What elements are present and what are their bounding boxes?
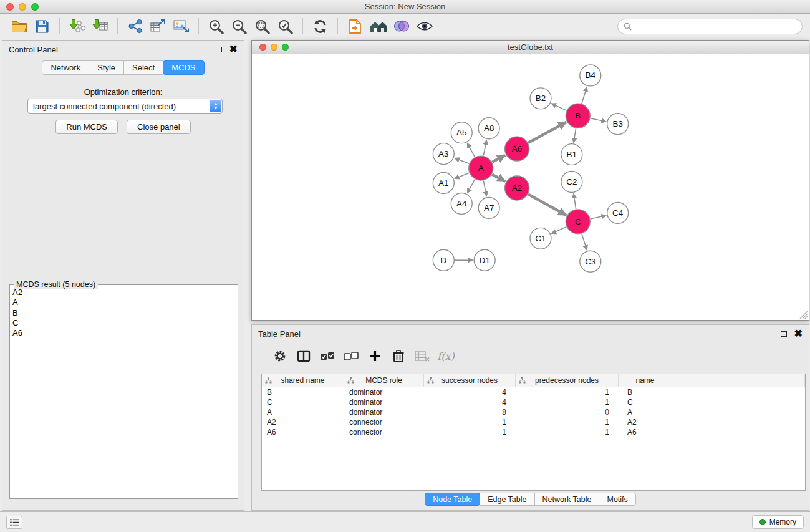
import-table-button[interactable] bbox=[89, 16, 112, 37]
network-window-titlebar[interactable]: testGlobe.txt bbox=[252, 41, 809, 54]
optimization-dropdown[interactable]: largest connected component (directed) bbox=[27, 99, 223, 114]
tab-mcds[interactable]: MCDS bbox=[163, 60, 204, 75]
tab-select[interactable]: Select bbox=[123, 60, 163, 75]
graph-node-A8[interactable]: A8 bbox=[478, 118, 499, 139]
mcds-result-item[interactable]: C bbox=[12, 318, 236, 328]
table-settings-button[interactable] bbox=[272, 348, 287, 364]
graph-node-A5[interactable]: A5 bbox=[451, 122, 472, 143]
tab-node-table[interactable]: Node Table bbox=[425, 493, 480, 506]
graph-node-B1[interactable]: B1 bbox=[561, 144, 582, 165]
zoom-selected-button[interactable] bbox=[274, 16, 297, 37]
graph-node-C3[interactable]: C3 bbox=[580, 251, 601, 272]
column-header-successor-nodes[interactable]: successor nodes bbox=[424, 374, 516, 387]
graph-edge-A-A2[interactable] bbox=[492, 174, 505, 181]
tab-network-table[interactable]: Network Table bbox=[534, 493, 600, 506]
graph-node-B[interactable]: B bbox=[566, 104, 590, 128]
graph-edge-A-A3[interactable] bbox=[455, 158, 469, 163]
mcds-result-item[interactable]: A2 bbox=[12, 288, 236, 297]
network-graph[interactable]: B4B2BB3B1A5A8A6A3AA1A2A4A7C2C4CC1C3DD1 bbox=[252, 54, 809, 320]
task-history-button[interactable] bbox=[6, 516, 22, 529]
graph-node-B3[interactable]: B3 bbox=[607, 114, 629, 135]
refresh-view-button[interactable] bbox=[309, 16, 332, 37]
graph-node-A7[interactable]: A7 bbox=[478, 197, 499, 218]
export-network-button[interactable] bbox=[123, 16, 147, 37]
table-row[interactable]: Bdominator41B bbox=[262, 387, 805, 397]
graph-edge-A2-C[interactable] bbox=[528, 194, 566, 215]
graph-node-A2[interactable]: A2 bbox=[505, 176, 529, 200]
graph-edge-B-B1[interactable] bbox=[574, 128, 576, 143]
graph-node-D[interactable]: D bbox=[433, 249, 454, 271]
open-session-button[interactable] bbox=[7, 16, 31, 37]
tab-edge-table[interactable]: Edge Table bbox=[480, 493, 534, 506]
graph-node-A6[interactable]: A6 bbox=[505, 137, 529, 161]
delete-table-button[interactable] bbox=[415, 348, 430, 364]
graph-edge-A-A8[interactable] bbox=[483, 140, 486, 155]
graph-edge-C-C1[interactable] bbox=[551, 227, 566, 234]
graph-edge-B-B4[interactable] bbox=[582, 87, 587, 104]
import-network-button[interactable] bbox=[65, 16, 89, 37]
delete-column-button[interactable] bbox=[391, 348, 406, 364]
zoom-fit-button[interactable] bbox=[251, 16, 274, 37]
graph-edge-A-A5[interactable] bbox=[467, 143, 475, 157]
graph-edge-C-C2[interactable] bbox=[574, 193, 576, 209]
close-panel-icon[interactable]: ✖ bbox=[229, 46, 238, 53]
float-panel-icon[interactable] bbox=[216, 47, 222, 52]
deselect-all-button[interactable] bbox=[344, 348, 359, 364]
memory-button[interactable]: Memory bbox=[752, 515, 804, 529]
column-header-name[interactable]: name bbox=[619, 374, 672, 387]
graph-edge-B-B2[interactable] bbox=[551, 104, 566, 110]
table-row[interactable]: Cdominator41C bbox=[262, 397, 805, 407]
graph-node-A[interactable]: A bbox=[469, 156, 493, 180]
graph-node-A1[interactable]: A1 bbox=[433, 173, 454, 194]
graph-node-C1[interactable]: C1 bbox=[530, 228, 551, 249]
graph-edge-A-A1[interactable] bbox=[455, 173, 469, 178]
select-all-button[interactable] bbox=[320, 348, 335, 364]
show-hide-button[interactable] bbox=[413, 16, 436, 37]
graph-node-A4[interactable]: A4 bbox=[451, 193, 472, 214]
graph-edge-C-C3[interactable] bbox=[582, 234, 587, 250]
graph-edge-B-B3[interactable] bbox=[591, 118, 606, 122]
tab-network[interactable]: Network bbox=[42, 60, 89, 75]
table-row[interactable]: A2connector11A2 bbox=[262, 417, 805, 427]
resize-grip-icon[interactable] bbox=[799, 311, 808, 319]
duplicate-document-button[interactable] bbox=[344, 16, 367, 37]
graph-node-A3[interactable]: A3 bbox=[433, 143, 454, 165]
home-button[interactable] bbox=[367, 16, 390, 37]
mcds-result-item[interactable]: A6 bbox=[12, 328, 236, 338]
zoom-out-button[interactable] bbox=[228, 16, 251, 37]
graph-node-D1[interactable]: D1 bbox=[474, 249, 495, 271]
show-columns-button[interactable] bbox=[296, 348, 311, 364]
graph-edge-A-A4[interactable] bbox=[467, 180, 475, 193]
search-box[interactable] bbox=[617, 19, 803, 34]
tab-motifs[interactable]: Motifs bbox=[599, 493, 635, 506]
add-column-button[interactable] bbox=[367, 348, 382, 364]
table-row[interactable]: Adominator80A bbox=[262, 407, 805, 417]
close-panel-icon[interactable]: ✖ bbox=[794, 330, 803, 337]
graph-edge-C-C4[interactable] bbox=[591, 215, 606, 219]
tab-style[interactable]: Style bbox=[89, 60, 124, 75]
zoom-in-button[interactable] bbox=[205, 16, 228, 37]
graph-node-B4[interactable]: B4 bbox=[580, 65, 601, 86]
graph-node-C[interactable]: C bbox=[566, 210, 590, 234]
close-panel-button[interactable]: Close panel bbox=[127, 120, 191, 134]
graph-edge-A-A7[interactable] bbox=[483, 181, 486, 196]
graph-edge-A-A6[interactable] bbox=[492, 155, 505, 162]
graph-edge-A6-B[interactable] bbox=[528, 122, 566, 143]
network-canvas[interactable]: B4B2BB3B1A5A8A6A3AA1A2A4A7C2C4CC1C3DD1 bbox=[252, 54, 809, 320]
mcds-result-list[interactable]: A2ABCA6 bbox=[12, 288, 236, 497]
graph-node-C2[interactable]: C2 bbox=[561, 172, 582, 193]
column-header-mcds-role[interactable]: MCDS role bbox=[344, 374, 424, 387]
graph-node-C4[interactable]: C4 bbox=[607, 202, 629, 223]
function-builder-button[interactable]: f(x) bbox=[438, 348, 453, 364]
mcds-result-item[interactable]: A bbox=[12, 297, 236, 307]
column-header-shared-name[interactable]: shared name bbox=[262, 374, 344, 387]
search-input[interactable] bbox=[635, 22, 796, 31]
graph-node-B2[interactable]: B2 bbox=[530, 88, 551, 109]
save-session-button[interactable] bbox=[31, 16, 54, 37]
run-mcds-button[interactable]: Run MCDS bbox=[55, 120, 118, 134]
export-image-button[interactable] bbox=[170, 16, 193, 37]
venn-diagram-button[interactable] bbox=[390, 16, 413, 37]
export-table-button[interactable] bbox=[147, 16, 170, 37]
table-row[interactable]: A6connector11A6 bbox=[262, 427, 805, 437]
float-panel-icon[interactable] bbox=[781, 331, 787, 337]
